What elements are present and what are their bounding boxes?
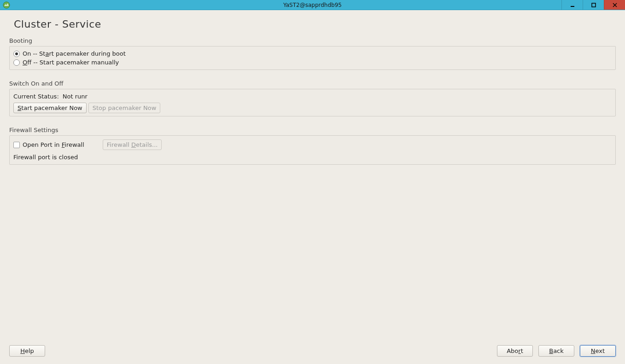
- firewall-status-text: Firewall port is closed: [13, 151, 612, 162]
- radio-icon: [13, 59, 20, 66]
- booting-group: On -- Start pacemaker during boot Off --…: [9, 46, 616, 70]
- close-button[interactable]: [604, 0, 625, 10]
- stop-pacemaker-button: Stop pacemaker Now: [88, 103, 161, 113]
- svg-rect-1: [571, 6, 574, 7]
- radio-label: Off -- Start pacemaker manually: [23, 59, 119, 66]
- app-icon: [3, 1, 10, 9]
- radio-icon: [13, 51, 20, 57]
- firewall-details-button: Firewall Details...: [103, 139, 162, 150]
- window-title: YaST2@sapprdhdb95: [283, 2, 342, 8]
- open-port-checkbox[interactable]: Open Port in Firewall: [13, 141, 84, 148]
- radio-booting-off[interactable]: Off -- Start pacemaker manually: [13, 58, 612, 67]
- checkbox-label: Open Port in Firewall: [23, 141, 84, 148]
- firewall-group: Open Port in Firewall Firewall Details..…: [9, 135, 616, 165]
- section-label-booting: Booting: [0, 35, 625, 46]
- footer-bar: Help Abort Back Next: [9, 345, 616, 357]
- minimize-button[interactable]: [561, 0, 583, 10]
- content-area: Cluster - Service Booting On -- Start pa…: [0, 10, 625, 364]
- radio-label: On -- Start pacemaker during boot: [23, 50, 126, 57]
- section-label-switch: Switch On and Off: [0, 78, 625, 89]
- abort-button[interactable]: Abort: [497, 345, 533, 357]
- maximize-button[interactable]: [583, 0, 604, 10]
- next-button[interactable]: Next: [580, 345, 616, 357]
- section-label-firewall: Firewall Settings: [0, 125, 625, 135]
- status-value: Not runr: [63, 93, 88, 100]
- checkbox-icon: [13, 142, 20, 148]
- current-status-row: Current Status: Not runr: [13, 92, 612, 103]
- help-button[interactable]: Help: [9, 345, 45, 357]
- back-button[interactable]: Back: [538, 345, 574, 357]
- svg-rect-2: [592, 3, 596, 7]
- window-titlebar: YaST2@sapprdhdb95: [0, 0, 625, 10]
- page-title: Cluster - Service: [0, 10, 625, 35]
- window-controls: [561, 0, 625, 10]
- start-pacemaker-button[interactable]: Start pacemaker Now: [13, 103, 87, 113]
- status-label: Current Status:: [13, 93, 59, 100]
- switch-group: Current Status: Not runr Start pacemaker…: [9, 89, 616, 116]
- radio-booting-on[interactable]: On -- Start pacemaker during boot: [13, 49, 612, 58]
